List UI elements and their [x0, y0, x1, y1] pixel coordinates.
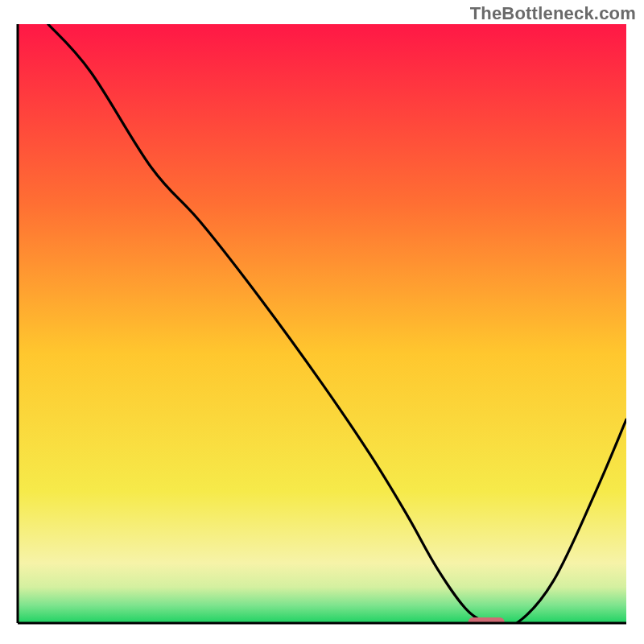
chart-stage: TheBottleneck.com [0, 0, 644, 644]
watermark-text: TheBottleneck.com [470, 3, 636, 24]
chart-svg [0, 0, 644, 644]
plot-background [18, 24, 626, 623]
